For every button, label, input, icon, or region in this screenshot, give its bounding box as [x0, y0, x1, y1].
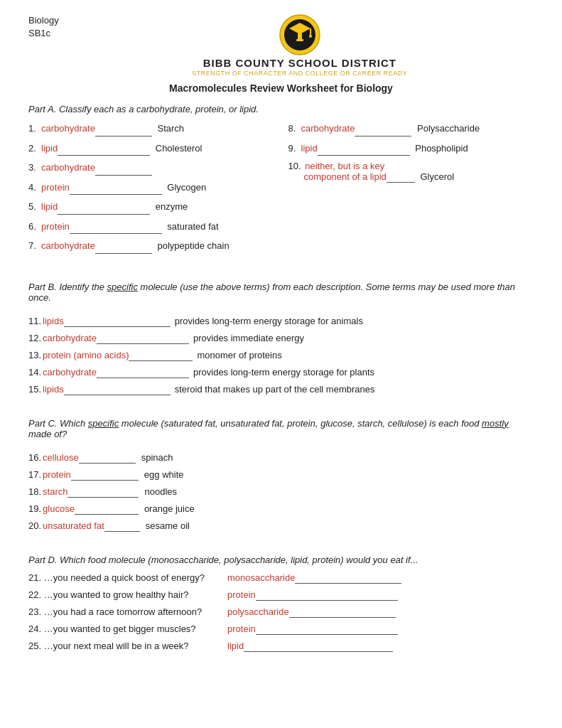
- list-item: 18. starch noodles: [28, 486, 534, 498]
- part-d-instruction: Which food molecule (monosaccharide, pol…: [57, 555, 418, 565]
- list-item: 8. carbohydrate Polysaccharide: [288, 122, 534, 136]
- part-c-instruction: Which specific molecule (saturated fat, …: [28, 418, 509, 439]
- mostly-underline: mostly: [482, 418, 509, 429]
- list-item: 13. protein (amino acids) monomer of pro…: [28, 350, 534, 361]
- part-d-label: Part D.: [28, 555, 57, 565]
- school-emblem-icon: [279, 14, 320, 55]
- specific-underline: specific: [107, 282, 138, 292]
- specific-underline2: specific: [88, 418, 119, 429]
- part-a-header: Part A. Classify each as a carbohydrate,…: [28, 104, 534, 114]
- part-d-header: Part D. Which food molecule (monosacchar…: [28, 555, 534, 565]
- part-c-label: Part C.: [28, 418, 57, 429]
- part-a-left-col: 1. carbohydrate Starch 2. lipid Choleste…: [28, 122, 274, 259]
- list-item: 11. lipids provides long-term energy sto…: [28, 316, 534, 327]
- biology-text: Biology: [28, 14, 59, 27]
- svg-rect-4: [296, 39, 303, 41]
- svg-point-6: [309, 35, 312, 38]
- worksheet-title: Macromolecules Review Worksheet for Biol…: [28, 82, 534, 94]
- list-item: 12. carbohydrate provides immediate ener…: [28, 333, 534, 344]
- part-a-instruction: Classify each as a carbohydrate, protein…: [56, 104, 259, 114]
- list-item: 10. neither, but is a key component of a…: [288, 161, 534, 183]
- list-item: 9. lipid Phospholipid: [288, 141, 534, 156]
- list-item: 23. …you had a race tomorrow afternoon? …: [28, 606, 534, 618]
- school-tagline: STRENGTH OF CHARACTER AND COLLEGE OR CAR…: [192, 70, 407, 77]
- logo-area: BIBB COUNTY SCHOOL DISTRICT STRENGTH OF …: [66, 14, 534, 77]
- part-a-right-col: 8. carbohydrate Polysaccharide 9. lipid …: [288, 122, 534, 259]
- list-item: 7. carbohydrate polypeptide chain: [28, 239, 274, 254]
- part-b-label: Part B.: [28, 282, 57, 292]
- list-item: 20. unsaturated fat sesame oil: [28, 520, 534, 532]
- list-item: 25. …your next meal will be in a week? l…: [28, 641, 534, 652]
- part-c-section: Part C. Which specific molecule (saturat…: [28, 418, 534, 532]
- list-item: 6. protein saturated fat: [28, 220, 274, 235]
- list-item: 4. protein Glycogen: [28, 181, 274, 196]
- list-item: 1. carbohydrate Starch: [28, 122, 274, 136]
- svg-rect-3: [298, 33, 302, 39]
- list-item: 15. lipids steroid that makes up part of…: [28, 384, 534, 395]
- header: Biology SB1c BIBB COUNTY SCHOOL DISTRICT…: [28, 14, 534, 77]
- list-item: 17. protein egg white: [28, 469, 534, 481]
- part-b-header: Part B. Identify the specific molecule (…: [28, 282, 534, 303]
- list-item: 24. …you wanted to get bigger muscles? p…: [28, 623, 534, 635]
- part-a-label: Part A.: [28, 104, 56, 114]
- list-item: 5. lipid enzyme: [28, 200, 274, 215]
- part-b-section: Part B. Identify the specific molecule (…: [28, 282, 534, 395]
- biology-label: Biology SB1c: [28, 14, 59, 40]
- list-item: 19. glucose orange juice: [28, 503, 534, 515]
- part-a-columns: 1. carbohydrate Starch 2. lipid Choleste…: [28, 122, 534, 259]
- part-b-instruction: Identify the specific molecule (use the …: [28, 282, 515, 303]
- school-name: BIBB COUNTY SCHOOL DISTRICT: [203, 57, 396, 69]
- part-d-section: Part D. Which food molecule (monosacchar…: [28, 555, 534, 652]
- sb1c-text: SB1c: [28, 27, 59, 40]
- part-a-section: Part A. Classify each as a carbohydrate,…: [28, 104, 534, 259]
- list-item: 21. …you needed a quick boost of energy?…: [28, 572, 534, 584]
- list-item: 3. carbohydrate: [28, 161, 274, 176]
- part-c-header: Part C. Which specific molecule (saturat…: [28, 418, 534, 439]
- list-item: 14. carbohydrate provides long-term ener…: [28, 367, 534, 378]
- list-item: 22. …you wanted to grow healthy hair? pr…: [28, 589, 534, 601]
- list-item: 2. lipid Cholesterol: [28, 141, 274, 156]
- list-item: 16. cellulose spinach: [28, 452, 534, 464]
